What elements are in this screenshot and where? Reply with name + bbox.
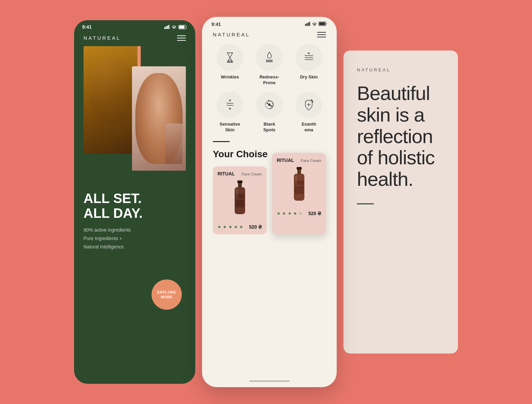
navbar-dark: NATUREAL bbox=[74, 30, 195, 46]
wrinkles-label: Wrinkles bbox=[221, 74, 239, 80]
bottle-2 bbox=[290, 167, 308, 206]
exanthema-icon bbox=[301, 97, 316, 112]
wrinkles-icon bbox=[223, 50, 237, 65]
categories-grid: Wrinkles Redness-Prone bbox=[202, 41, 337, 140]
menu-button-light[interactable] bbox=[317, 32, 326, 37]
logo-dark: NATUREAL bbox=[84, 35, 121, 41]
status-icons-light bbox=[305, 22, 327, 27]
sensitive-icon-circle bbox=[217, 91, 243, 118]
menu-button-dark[interactable] bbox=[177, 35, 186, 41]
svg-rect-2 bbox=[167, 26, 168, 29]
products-row: RITUAL Face Cream bbox=[202, 166, 337, 234]
section-divider bbox=[213, 141, 230, 142]
wrinkles-icon-circle bbox=[217, 44, 243, 71]
redness-label: Redness-Prone bbox=[260, 74, 279, 86]
svg-point-30 bbox=[312, 102, 313, 102]
dry-skin-icon-circle bbox=[295, 44, 322, 71]
svg-point-29 bbox=[312, 100, 312, 101]
collage-image-right bbox=[132, 66, 186, 171]
category-dry-skin[interactable]: Dry Skin bbox=[292, 44, 326, 86]
svg-rect-9 bbox=[309, 22, 310, 26]
svg-rect-11 bbox=[319, 22, 325, 25]
svg-rect-45 bbox=[295, 175, 297, 185]
product-image-2 bbox=[277, 166, 321, 207]
time-dark: 9:41 bbox=[82, 24, 92, 30]
sensitive-icon bbox=[223, 97, 237, 112]
product-brand-row-1: RITUAL Face Cream bbox=[218, 171, 262, 176]
subtitle-text: 90% active ingredients Pure Ingredients … bbox=[84, 226, 186, 251]
product-footer-1: ★ ★ ★ ★ ★ 520 ₴ bbox=[218, 224, 262, 230]
svg-rect-40 bbox=[297, 167, 302, 170]
bottle-1 bbox=[231, 180, 249, 219]
product-brand-2: RITUAL bbox=[277, 158, 294, 163]
dry-skin-icon bbox=[301, 50, 316, 65]
redness-icon bbox=[262, 50, 277, 65]
hero-collage bbox=[74, 46, 195, 181]
tagline-section: ALL SET. ALL DAY. 90% active ingredients… bbox=[74, 188, 195, 256]
product-type-2: Face Cream bbox=[301, 159, 321, 163]
product-stars-2: ★ ★ ★ ★ ☆ bbox=[277, 211, 303, 216]
phone-light: 9:41 NATUREAL bbox=[202, 17, 337, 387]
category-wrinkles[interactable]: Wrinkles bbox=[213, 44, 247, 86]
product-card-2[interactable]: RITUAL Face Cream ★ ★ ★ ★ ☆ 520 ₴ bbox=[272, 153, 326, 234]
status-bar-light: 9:41 bbox=[202, 17, 337, 27]
black-spots-label: BlackSpots bbox=[263, 122, 275, 133]
svg-rect-1 bbox=[166, 26, 167, 29]
product-price-2: 520 ₴ bbox=[308, 211, 321, 216]
status-icons-dark bbox=[164, 25, 187, 29]
product-image-1 bbox=[218, 180, 262, 220]
category-sensitive[interactable]: SensativeSkin bbox=[213, 91, 247, 133]
svg-rect-38 bbox=[236, 189, 237, 199]
home-indicator-light bbox=[249, 380, 290, 382]
category-redness[interactable]: Redness-Prone bbox=[252, 44, 286, 86]
svg-point-26 bbox=[271, 105, 272, 106]
product-type-1: Face Cream bbox=[241, 172, 262, 176]
black-spots-icon-circle bbox=[256, 91, 283, 118]
sensitive-label: SensativeSkin bbox=[220, 122, 240, 133]
status-bar-dark: 9:41 bbox=[74, 20, 195, 30]
explore-more-button[interactable]: EXPLOREMORE bbox=[152, 279, 182, 310]
navbar-light: NATUREAL bbox=[202, 27, 337, 41]
svg-rect-33 bbox=[237, 180, 242, 183]
logo-light: NATUREAL bbox=[213, 32, 250, 37]
exanthema-label: Exanthema bbox=[302, 122, 316, 133]
svg-rect-3 bbox=[168, 25, 169, 29]
right-panel: NATUREAL Beautiful skin is a reflection … bbox=[343, 50, 458, 354]
time-light: 9:41 bbox=[211, 22, 221, 27]
svg-rect-8 bbox=[308, 23, 309, 26]
phone-dark: 9:41 NATUREAL ALL SET. ALL DAY. bbox=[74, 20, 195, 384]
product-brand-row-2: RITUAL Face Cream bbox=[277, 158, 321, 163]
redness-icon-circle bbox=[256, 44, 283, 71]
right-panel-headline: Beautiful skin is a reflection of holist… bbox=[357, 82, 444, 190]
product-card-1[interactable]: RITUAL Face Cream bbox=[213, 166, 267, 234]
svg-point-31 bbox=[311, 99, 312, 100]
dry-skin-label: Dry Skin bbox=[300, 74, 318, 80]
black-spots-icon bbox=[262, 97, 277, 112]
svg-rect-7 bbox=[306, 23, 307, 26]
svg-rect-6 bbox=[305, 24, 306, 26]
svg-rect-5 bbox=[179, 26, 185, 29]
product-stars-1: ★ ★ ★ ★ ★ bbox=[218, 225, 243, 229]
exanthema-icon-circle bbox=[295, 91, 322, 118]
product-brand-1: RITUAL bbox=[218, 171, 235, 176]
svg-point-25 bbox=[267, 103, 268, 104]
svg-rect-0 bbox=[164, 27, 165, 29]
category-exanthema[interactable]: Exanthema bbox=[292, 91, 326, 133]
right-panel-divider bbox=[357, 203, 374, 204]
right-panel-logo: NATUREAL bbox=[357, 67, 444, 72]
product-price-1: 520 ₴ bbox=[249, 224, 262, 230]
tagline-text: ALL SET. ALL DAY. bbox=[84, 191, 186, 221]
category-black-spots[interactable]: BlackSpots bbox=[252, 91, 286, 133]
svg-point-24 bbox=[268, 104, 270, 106]
product-footer-2: ★ ★ ★ ★ ☆ 520 ₴ bbox=[277, 211, 321, 216]
